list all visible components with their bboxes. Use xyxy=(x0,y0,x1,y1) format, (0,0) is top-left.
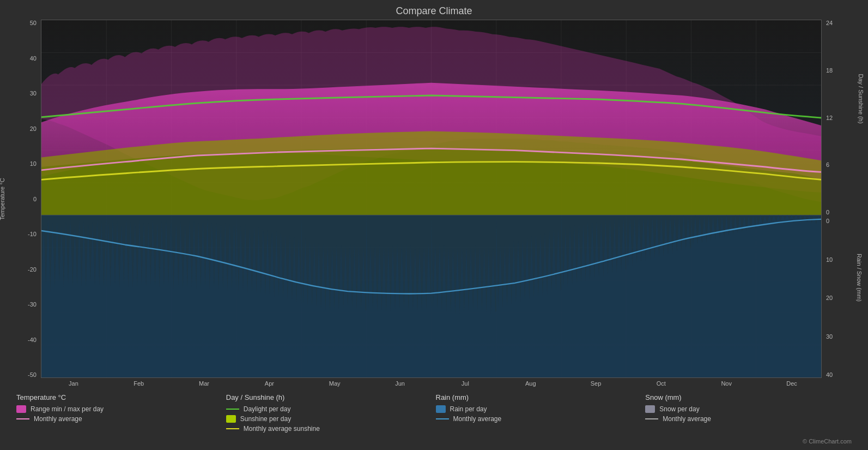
legend-group-snow: Snow (mm) Snow per day Monthly average xyxy=(645,393,852,433)
y-left-label: Temperature °C xyxy=(0,178,5,220)
legend-item-daylight: Daylight per day xyxy=(226,405,433,413)
legend-line-temp-avg xyxy=(16,418,29,419)
legend-label-rain-avg: Monthly average xyxy=(453,415,502,423)
legend-area: Temperature °C Range min / max per day M… xyxy=(11,389,857,437)
legend-line-snow-avg xyxy=(645,418,658,419)
y-right-18: 18 xyxy=(826,67,833,74)
legend-label-snow-avg: Monthly average xyxy=(663,415,711,423)
page-container: Compare Climate Dongguan Dongguan ClimeC… xyxy=(0,0,868,450)
y-left-0: 0 xyxy=(33,196,37,202)
month-aug: Aug xyxy=(498,380,563,387)
x-axis: Jan Feb Mar Apr May Jun Jul Aug Sep Oct … xyxy=(41,378,824,389)
chart-main xyxy=(41,20,822,378)
month-sep: Sep xyxy=(563,380,629,387)
legend-item-temp-range: Range min / max per day xyxy=(16,405,223,413)
month-apr: Apr xyxy=(236,380,302,387)
month-jan: Jan xyxy=(41,380,106,387)
legend-group-temperature: Temperature °C Range min / max per day M… xyxy=(16,393,223,433)
legend-line-rain-avg xyxy=(436,418,449,419)
legend-item-rain-avg: Monthly average xyxy=(436,415,642,423)
legend-item-snow-swatch: Snow per day xyxy=(645,405,852,413)
month-jul: Jul xyxy=(433,380,498,387)
y-right-r0: 0 xyxy=(826,218,833,224)
y-right-24: 24 xyxy=(826,20,833,26)
legend-title-temperature: Temperature °C xyxy=(16,393,223,401)
month-feb: Feb xyxy=(106,380,172,387)
y-right-r40: 40 xyxy=(826,371,833,378)
legend-group-sunshine: Day / Sunshine (h) Daylight per day Suns… xyxy=(226,393,433,433)
y-right-r10: 10 xyxy=(826,256,833,263)
y-right-label-sunshine: Day / Sunshine (h) xyxy=(857,74,864,123)
y-right-12: 12 xyxy=(826,115,833,121)
legend-swatch-rain xyxy=(436,405,446,413)
y-left-m30: -30 xyxy=(28,301,37,308)
y-left-m10: -10 xyxy=(28,231,37,237)
month-oct: Oct xyxy=(628,380,694,387)
legend-line-daylight xyxy=(226,409,239,410)
y-axis-right: 24 18 12 6 0 0 10 20 30 40 Day / Sunshin… xyxy=(822,20,857,378)
legend-item-sunshine-avg: Monthly average sunshine xyxy=(226,425,433,433)
y-right-r30: 30 xyxy=(826,333,833,340)
month-jun: Jun xyxy=(367,380,433,387)
y-axis-left: Temperature °C 50 40 30 20 10 0 -10 -20 … xyxy=(11,20,41,378)
legend-title-rain: Rain (mm) xyxy=(436,393,642,401)
month-may: May xyxy=(302,380,367,387)
copyright: © ClimeChart.com xyxy=(11,438,857,445)
legend-label-rain: Rain per day xyxy=(450,405,487,413)
legend-label-daylight: Daylight per day xyxy=(244,405,291,413)
legend-item-snow-avg: Monthly average xyxy=(645,415,852,423)
legend-label-temp-range: Range min / max per day xyxy=(31,405,104,413)
chart-area: Temperature °C 50 40 30 20 10 0 -10 -20 … xyxy=(11,20,857,378)
y-left-m40: -40 xyxy=(28,337,37,343)
y-left-10: 10 xyxy=(30,160,37,167)
y-left-50: 50 xyxy=(30,20,37,26)
legend-line-sunshine-avg xyxy=(226,428,239,429)
legend-swatch-sunshine xyxy=(226,415,236,423)
y-left-30: 30 xyxy=(30,90,37,97)
month-dec: Dec xyxy=(759,380,824,387)
legend-swatch-temp-range xyxy=(16,405,26,413)
legend-label-sunshine: Sunshine per day xyxy=(240,415,291,423)
legend-item-sunshine-swatch: Sunshine per day xyxy=(226,415,433,423)
y-right-6: 6 xyxy=(826,161,833,168)
y-right-0: 0 xyxy=(826,209,833,215)
chart-svg xyxy=(41,20,821,377)
legend-item-temp-avg: Monthly average xyxy=(16,415,223,423)
legend-swatch-snow xyxy=(645,405,655,413)
month-mar: Mar xyxy=(172,380,237,387)
y-right-label-rain: Rain / Snow (mm) xyxy=(856,254,863,302)
legend-title-snow: Snow (mm) xyxy=(645,393,852,401)
y-left-m50: -50 xyxy=(28,371,37,378)
y-left-40: 40 xyxy=(30,55,37,62)
y-left-m20: -20 xyxy=(28,266,37,273)
legend-label-sunshine-avg: Monthly average sunshine xyxy=(244,425,320,433)
y-right-r20: 20 xyxy=(826,295,833,301)
legend-item-rain-swatch: Rain per day xyxy=(436,405,642,413)
legend-group-rain: Rain (mm) Rain per day Monthly average xyxy=(436,393,642,433)
legend-label-temp-avg: Monthly average xyxy=(34,415,82,423)
y-left-20: 20 xyxy=(30,125,37,132)
month-nov: Nov xyxy=(694,380,759,387)
chart-title: Compare Climate xyxy=(11,5,857,17)
legend-title-sunshine: Day / Sunshine (h) xyxy=(226,393,433,401)
legend-label-snow: Snow per day xyxy=(659,405,699,413)
